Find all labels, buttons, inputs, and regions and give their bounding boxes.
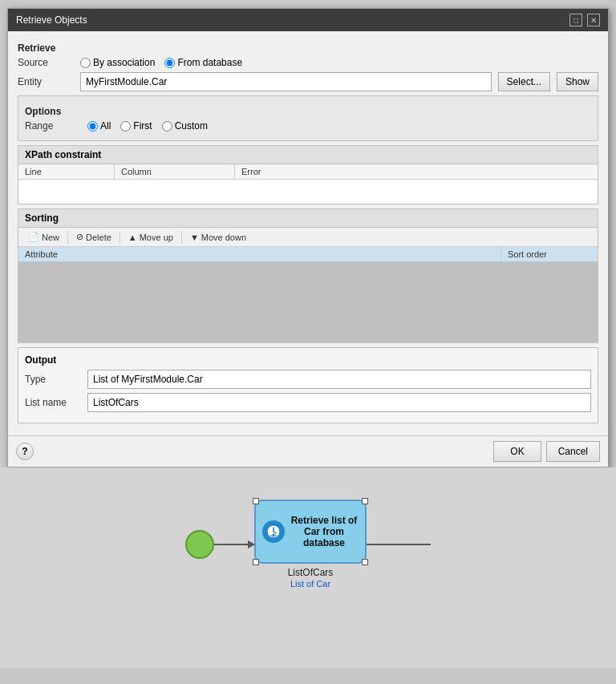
range-custom-label: Custom xyxy=(175,120,208,132)
canvas-area: Retrieve list of Car from database ListO… xyxy=(0,467,616,668)
flow-line-right xyxy=(367,544,431,545)
move-up-button[interactable]: ▲ Move up xyxy=(124,231,178,244)
arrow-line-left xyxy=(214,544,254,545)
node-text: Retrieve list of Car from database xyxy=(290,515,359,548)
handle-br xyxy=(362,559,368,565)
range-first[interactable]: First xyxy=(120,120,152,132)
node-sublabel: List of Car xyxy=(290,579,330,589)
move-down-button[interactable]: ▼ Move down xyxy=(185,231,251,244)
delete-sort-button[interactable]: ⊘ Delete xyxy=(71,230,116,244)
range-row: Range All First Custom xyxy=(25,120,591,132)
toolbar-sep-3 xyxy=(181,231,182,244)
options-section: Options Range All First Custom xyxy=(18,95,598,141)
source-radio-group: By association From database xyxy=(80,57,242,68)
listname-label: List name xyxy=(25,397,81,408)
cancel-button[interactable]: Cancel xyxy=(546,441,600,462)
range-label: Range xyxy=(25,120,81,132)
xpath-table-header: Line Column Error xyxy=(18,164,598,180)
help-button[interactable]: ? xyxy=(16,443,34,460)
sorting-header: Sorting xyxy=(18,209,598,228)
source-row: Source By association From database xyxy=(18,57,598,68)
node-icon xyxy=(262,520,285,543)
toolbar-sep-1 xyxy=(67,231,68,244)
minimize-button[interactable]: □ xyxy=(569,14,582,26)
action-node-wrapper: Retrieve list of Car from database ListO… xyxy=(254,500,367,589)
start-node xyxy=(185,530,214,559)
svg-point-1 xyxy=(273,534,275,536)
options-section-header: Options xyxy=(25,106,591,117)
close-button[interactable]: ✕ xyxy=(587,14,600,26)
move-up-label: Move up xyxy=(140,233,173,242)
entity-label: Entity xyxy=(18,76,74,87)
move-down-icon: ▼ xyxy=(190,233,199,242)
output-section: Output Type List name xyxy=(18,347,598,423)
range-all-radio[interactable] xyxy=(87,121,98,132)
range-first-label: First xyxy=(133,120,152,132)
source-by-association-label: By association xyxy=(93,57,155,68)
range-custom[interactable]: Custom xyxy=(162,120,208,132)
source-by-association-radio[interactable] xyxy=(80,58,91,68)
toolbar-sep-2 xyxy=(120,231,120,244)
retrieve-section-header: Retrieve xyxy=(18,42,598,54)
range-all[interactable]: All xyxy=(87,120,111,132)
ok-button[interactable]: OK xyxy=(493,441,541,462)
flow-arrow-left xyxy=(214,544,254,545)
action-node[interactable]: Retrieve list of Car from database xyxy=(254,500,367,564)
titlebar-controls: □ ✕ xyxy=(569,14,600,26)
xpath-column-header: Column xyxy=(115,164,235,179)
range-all-label: All xyxy=(100,120,111,132)
dialog-titlebar: Retrieve Objects □ ✕ xyxy=(8,9,608,31)
dialog-body: Retrieve Source By association From data… xyxy=(8,31,608,435)
sort-order-header: Sort order xyxy=(501,247,598,261)
sorting-table-header: Attribute Sort order xyxy=(18,247,598,262)
move-down-label: Move down xyxy=(201,233,246,242)
source-from-database[interactable]: From database xyxy=(164,57,242,68)
delete-sort-label: Delete xyxy=(86,233,111,242)
xpath-body xyxy=(18,180,598,204)
retrieve-icon xyxy=(266,524,281,539)
xpath-error-header: Error xyxy=(235,164,598,179)
xpath-section: XPath constraint Line Column Error xyxy=(18,145,598,204)
show-button[interactable]: Show xyxy=(557,72,598,91)
sort-attribute-header: Attribute xyxy=(18,247,501,261)
output-header: Output xyxy=(25,354,591,366)
type-input[interactable] xyxy=(87,370,591,389)
retrieve-objects-dialog: Retrieve Objects □ ✕ Retrieve Source By … xyxy=(7,8,609,467)
entity-input[interactable] xyxy=(80,72,492,91)
footer-buttons: OK Cancel xyxy=(493,441,600,462)
select-button[interactable]: Select... xyxy=(498,72,550,91)
listname-input[interactable] xyxy=(87,393,591,412)
sorting-section: Sorting 📄 New ⊘ Delete ▲ Move up xyxy=(18,208,598,343)
dialog-title: Retrieve Objects xyxy=(16,14,87,26)
sorting-toolbar: 📄 New ⊘ Delete ▲ Move up ▼ Move down xyxy=(18,228,598,247)
move-up-icon: ▲ xyxy=(128,233,137,242)
new-sort-label: New xyxy=(42,233,59,242)
type-row: Type xyxy=(25,370,591,389)
range-radio-group: All First Custom xyxy=(87,120,208,132)
xpath-header: XPath constraint xyxy=(18,146,598,164)
listname-row: List name xyxy=(25,393,591,412)
dialog-footer: ? OK Cancel xyxy=(8,435,608,467)
range-first-radio[interactable] xyxy=(120,121,131,132)
handle-tr xyxy=(362,498,368,504)
source-from-database-label: From database xyxy=(177,57,242,68)
new-sort-button[interactable]: 📄 New xyxy=(23,230,64,244)
entity-row: Entity Select... Show xyxy=(18,72,598,91)
xpath-line-header: Line xyxy=(18,164,115,179)
source-from-database-radio[interactable] xyxy=(164,58,175,68)
range-custom-radio[interactable] xyxy=(162,121,172,132)
type-label: Type xyxy=(25,374,81,385)
flow-container: Retrieve list of Car from database ListO… xyxy=(0,500,616,589)
sorting-body xyxy=(18,262,598,342)
node-label: ListOfCars xyxy=(288,567,334,578)
handle-tl xyxy=(253,498,259,504)
delete-sort-icon: ⊘ xyxy=(76,232,83,242)
source-by-association[interactable]: By association xyxy=(80,57,155,68)
source-label: Source xyxy=(18,57,74,68)
new-sort-icon: 📄 xyxy=(28,232,39,242)
handle-bl xyxy=(253,559,259,565)
